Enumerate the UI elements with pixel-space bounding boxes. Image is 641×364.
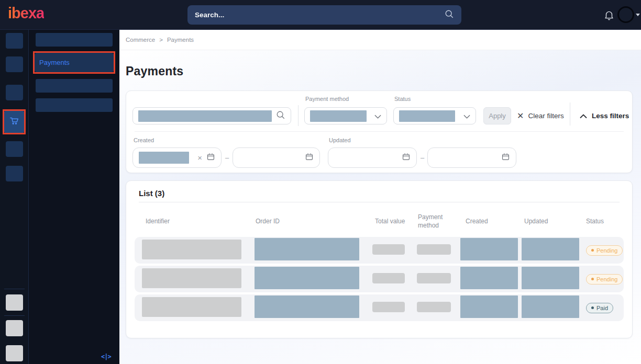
main-area: Commerce > Payments Payments Payment met… [119, 30, 641, 364]
total-value-placeholder [372, 273, 405, 283]
payment-method-placeholder [417, 273, 451, 283]
date-clear-icon[interactable]: × [197, 154, 202, 162]
status-value-placeholder [399, 110, 455, 122]
clear-filters-button[interactable]: ✕ Clear filters [517, 107, 564, 124]
sidebar-menu-item-3[interactable] [36, 79, 113, 93]
topbar: ibexa [0, 0, 641, 30]
highlight-box-cart [3, 109, 26, 134]
notifications-bell-icon[interactable] [603, 9, 615, 21]
payment-method-select[interactable] [304, 107, 387, 124]
breadcrumb-separator: > [159, 37, 163, 43]
status-badge: Pending [586, 274, 623, 285]
calendar-icon[interactable] [305, 152, 314, 163]
col-status: Status [586, 218, 616, 226]
updated-from-date-input[interactable] [328, 147, 417, 168]
sidebar-icon-6[interactable] [6, 166, 23, 181]
identifier-placeholder [142, 297, 241, 317]
breadcrumb: Commerce > Payments [126, 37, 194, 43]
created-placeholder [460, 295, 518, 318]
profile-caret-icon[interactable] [636, 14, 640, 16]
col-order-id: Order ID [255, 218, 372, 226]
payment-method-value-placeholder [310, 110, 367, 122]
sidebar-icon-5[interactable] [6, 141, 23, 157]
status-dot [591, 306, 594, 309]
apply-button[interactable]: Apply [483, 107, 511, 124]
content: Payments Payment method Status [119, 50, 641, 364]
filters-panel: Payment method Status Apply ✕ Clear filt… [126, 90, 633, 173]
identifier-placeholder [142, 240, 241, 259]
status-label: Pending [596, 276, 617, 282]
status-dot [591, 249, 594, 252]
search-icon[interactable] [276, 110, 285, 122]
sidebar-item-payments[interactable]: Payments [35, 53, 114, 72]
col-identifier: Identifier [142, 218, 255, 226]
payment-method-placeholder [417, 244, 451, 255]
secondary-sidebar: Payments <|> [29, 30, 119, 364]
calendar-icon[interactable] [206, 152, 215, 163]
sidebar-bottom-icon-3[interactable] [6, 345, 23, 361]
status-badge: Pending [586, 245, 623, 256]
sidebar-item-payments-label: Payments [39, 59, 70, 66]
col-total-value: Total value [372, 218, 417, 226]
sidebar-icon-3[interactable] [6, 85, 23, 100]
status-badge: Paid [586, 303, 613, 313]
less-filters-toggle[interactable]: Less filters [580, 107, 629, 124]
breadcrumb-bar: Commerce > Payments [119, 30, 641, 50]
clear-x-icon: ✕ [517, 112, 524, 120]
chevron-down-icon [374, 111, 381, 121]
filter-rows-divider [135, 131, 624, 132]
updated-to-date-input[interactable] [427, 147, 516, 168]
ibexa-logo: ibexa [8, 5, 44, 22]
filter-search-value-placeholder [138, 110, 272, 122]
date-range-separator: – [421, 154, 424, 162]
global-search-input[interactable] [195, 11, 439, 19]
order-id-placeholder [255, 295, 359, 318]
breadcrumb-payments[interactable]: Payments [167, 37, 194, 43]
table-header-row: Identifier Order ID Total value Payment … [135, 210, 624, 233]
col-payment-method: Payment method [417, 213, 449, 230]
status-dot [591, 278, 594, 280]
sidebar-icon-1[interactable] [6, 33, 23, 49]
table-row[interactable]: Paid [135, 294, 624, 321]
total-value-placeholder [372, 302, 405, 312]
created-label: Created [134, 137, 154, 143]
status-select[interactable] [393, 107, 476, 124]
clear-filters-label: Clear filters [528, 112, 563, 120]
created-placeholder [460, 238, 518, 260]
updated-placeholder [522, 238, 579, 260]
sidebar-bottom-icon-2[interactable] [6, 320, 23, 336]
updated-label: Updated [329, 137, 351, 143]
highlight-box-payments: Payments [33, 51, 115, 74]
user-avatar[interactable] [617, 6, 634, 23]
shopping-cart-icon [8, 115, 20, 129]
primary-icon-sidebar [0, 30, 29, 364]
global-search[interactable] [187, 5, 461, 25]
calendar-icon[interactable] [501, 152, 510, 163]
sidebar-icon-commerce[interactable] [4, 111, 24, 133]
sidebar-collapse-icon[interactable]: <|> [101, 353, 111, 360]
payment-method-label: Payment method [305, 96, 349, 102]
created-from-value-placeholder [139, 152, 189, 164]
sidebar-menu-item-1[interactable] [36, 33, 113, 47]
table-row[interactable]: Pending [135, 237, 624, 264]
sidebar-menu-item-4[interactable] [36, 98, 113, 112]
status-label: Pending [596, 247, 617, 254]
breadcrumb-commerce[interactable]: Commerce [126, 37, 155, 43]
payment-method-placeholder [417, 302, 451, 312]
created-from-date-input[interactable]: × [132, 147, 222, 168]
total-value-placeholder [372, 244, 405, 255]
created-placeholder [460, 267, 518, 289]
sidebar-icon-2[interactable] [6, 56, 23, 72]
col-updated: Updated [522, 218, 586, 226]
payments-list-panel: List (3) Identifier Order ID Total value… [126, 180, 633, 338]
date-range-separator: – [225, 154, 229, 162]
calendar-icon[interactable] [402, 152, 411, 163]
order-id-placeholder [255, 238, 359, 260]
sidebar-bottom-icon-1[interactable] [6, 294, 23, 311]
table-row[interactable]: Pending [135, 266, 624, 292]
chevron-up-icon [580, 111, 587, 121]
search-icon[interactable] [445, 9, 454, 21]
filter-search-box[interactable] [132, 107, 291, 124]
rail-divider [4, 315, 25, 316]
created-to-date-input[interactable] [233, 147, 320, 168]
